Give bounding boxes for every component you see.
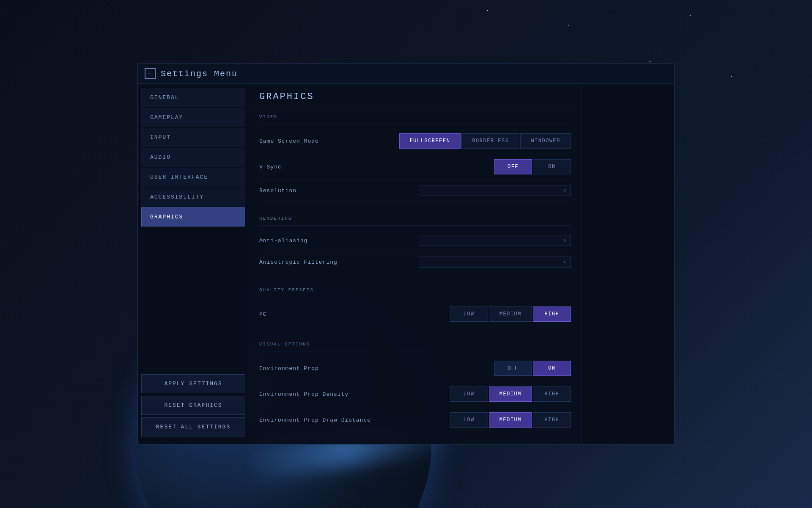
setting-row-env-prop-density: Environment Prop DensityLOWMEDIUMHIGH [259, 381, 571, 407]
setting-control-vsync: OFFON [494, 159, 571, 174]
sidebar: GENERALGAMEPLAYINPUTAUDIOUSER INTERFACEA… [138, 84, 249, 444]
sidebar-item-graphics[interactable]: GRAPHICS [141, 207, 245, 226]
setting-label-screen-mode: Game Screen Mode [259, 138, 319, 144]
right-panel [581, 84, 674, 444]
settings-window: ← Settings Menu GENERALGAMEPLAYINPUTAUDI… [137, 64, 675, 444]
dropdown-resolution[interactable] [419, 185, 571, 196]
btn-group-env-prop-density: LOWMEDIUMHIGH [450, 387, 571, 402]
dropdown-arrow-resolution [562, 190, 565, 191]
setting-label-vsync: V-Sync [259, 164, 282, 170]
window-icon: ← [145, 68, 156, 79]
content-area: GRAPHICS VIDEOGame Screen ModeFULLSCREEE… [249, 84, 581, 444]
setting-row-env-prop: Environment PropOFFON [259, 356, 571, 381]
dropdown-arrow-anti-aliasing [562, 240, 565, 241]
btn-option-env-draw-distance-low[interactable]: LOW [450, 412, 488, 428]
setting-label-pc-preset: PC [259, 311, 267, 318]
btn-group-screen-mode: FULLSCREEENBORDERLESSWINDOWED [399, 133, 571, 149]
window-title: Settings Menu [161, 69, 238, 79]
sidebar-item-general[interactable]: GENERAL [141, 88, 245, 107]
sidebar-nav: GENERALGAMEPLAYINPUTAUDIOUSER INTERFACEA… [138, 88, 249, 371]
titlebar: ← Settings Menu [138, 64, 674, 84]
sidebar-item-user-interface[interactable]: USER INTERFACE [141, 168, 245, 187]
btn-group-env-prop: OFFON [494, 361, 571, 376]
section-label-video: VIDEO [259, 108, 571, 124]
btn-group-pc-preset: LOWMEDIUMHIGH [450, 306, 571, 322]
sidebar-item-accessibility[interactable]: ACCESSIBILITY [141, 188, 245, 207]
sidebar-item-input[interactable]: INPUT [141, 128, 245, 147]
content-scroll[interactable]: VIDEOGame Screen ModeFULLSCREEENBORDERLE… [249, 108, 581, 441]
content-header: GRAPHICS [249, 84, 581, 108]
btn-group-env-draw-distance: LOWMEDIUMHIGH [450, 412, 571, 428]
section-label-visual-options: VISUAL OPTIONS [259, 336, 571, 351]
btn-option-screen-mode-borderless[interactable]: BORDERLESS [461, 133, 519, 149]
setting-control-pc-preset: LOWMEDIUMHIGH [450, 306, 571, 322]
sidebar-btn-apply[interactable]: APPLY SETTINGS [141, 374, 245, 393]
window-body: GENERALGAMEPLAYINPUTAUDIOUSER INTERFACEA… [138, 84, 674, 444]
setting-control-screen-mode: FULLSCREEENBORDERLESSWINDOWED [399, 133, 571, 149]
setting-control-env-prop: OFFON [494, 361, 571, 376]
btn-option-env-prop-density-high[interactable]: HIGH [533, 387, 571, 402]
setting-row-screen-mode: Game Screen ModeFULLSCREEENBORDERLESSWIN… [259, 128, 571, 154]
section-visual-options: VISUAL OPTIONSEnvironment PropOFFONEnvir… [259, 336, 571, 433]
setting-label-anisotropic: Anisotropic Filtering [259, 259, 337, 265]
section-quality-presets: QUALITY PRESETSPCLOWMEDIUMHIGH [259, 282, 571, 327]
sidebar-btn-reset-graphics[interactable]: RESET GRAPHICS [141, 396, 245, 415]
section-label-rendering: RENDERING [259, 210, 571, 226]
setting-control-resolution [419, 185, 571, 196]
btn-option-pc-preset-medium[interactable]: MEDIUM [489, 306, 532, 322]
dropdown-arrow-anisotropic [562, 261, 565, 263]
setting-row-pc-preset: PCLOWMEDIUMHIGH [259, 301, 571, 327]
setting-label-anti-aliasing: Anti-aliasing [259, 237, 307, 244]
btn-option-env-draw-distance-high[interactable]: HIGH [533, 412, 571, 428]
btn-option-screen-mode-windowed[interactable]: WINDOWED [520, 133, 571, 149]
btn-option-vsync-on[interactable]: ON [533, 159, 571, 174]
btn-option-env-prop-density-medium[interactable]: MEDIUM [489, 387, 532, 402]
setting-label-env-draw-distance: Environment Prop Draw Distance [259, 417, 371, 423]
btn-option-vsync-off[interactable]: OFF [494, 159, 532, 174]
dropdown-anisotropic[interactable] [419, 257, 571, 268]
main-content: GRAPHICS VIDEOGame Screen ModeFULLSCREEE… [249, 84, 674, 444]
sidebar-btn-reset-all[interactable]: RESET ALL SETTINGS [141, 417, 245, 436]
btn-group-vsync: OFFON [494, 159, 571, 174]
btn-option-pc-preset-high[interactable]: HIGH [533, 306, 571, 322]
btn-option-env-prop-off[interactable]: OFF [494, 361, 532, 376]
setting-row-resolution: Resolution [259, 180, 571, 202]
setting-row-env-draw-distance: Environment Prop Draw DistanceLOWMEDIUMH… [259, 407, 571, 433]
sidebar-actions: APPLY SETTINGSRESET GRAPHICSRESET ALL SE… [138, 371, 249, 440]
setting-row-anti-aliasing: Anti-aliasing [259, 230, 571, 251]
btn-option-pc-preset-low[interactable]: LOW [450, 306, 488, 322]
sidebar-item-gameplay[interactable]: GAMEPLAY [141, 108, 245, 127]
content-title: GRAPHICS [259, 91, 314, 102]
btn-option-env-draw-distance-medium[interactable]: MEDIUM [489, 412, 532, 428]
section-video: VIDEOGame Screen ModeFULLSCREEENBORDERLE… [259, 108, 571, 202]
section-rendering: RENDERINGAnti-aliasingAnisotropic Filter… [259, 210, 571, 273]
setting-row-anisotropic: Anisotropic Filtering [259, 251, 571, 273]
setting-control-env-prop-density: LOWMEDIUMHIGH [450, 387, 571, 402]
setting-label-env-prop: Environment Prop [259, 365, 319, 372]
section-label-quality-presets: QUALITY PRESETS [259, 282, 571, 297]
setting-control-anisotropic [419, 257, 571, 268]
setting-row-vsync: V-SyncOFFON [259, 154, 571, 180]
setting-label-env-prop-density: Environment Prop Density [259, 391, 348, 398]
sidebar-item-audio[interactable]: AUDIO [141, 148, 245, 167]
setting-label-resolution: Resolution [259, 188, 296, 194]
btn-option-env-prop-density-low[interactable]: LOW [450, 387, 488, 402]
setting-control-anti-aliasing [419, 235, 571, 246]
btn-option-env-prop-on[interactable]: ON [533, 361, 571, 376]
btn-option-screen-mode-fullscreeen[interactable]: FULLSCREEEN [399, 133, 461, 149]
setting-control-env-draw-distance: LOWMEDIUMHIGH [450, 412, 571, 428]
dropdown-anti-aliasing[interactable] [419, 235, 571, 246]
